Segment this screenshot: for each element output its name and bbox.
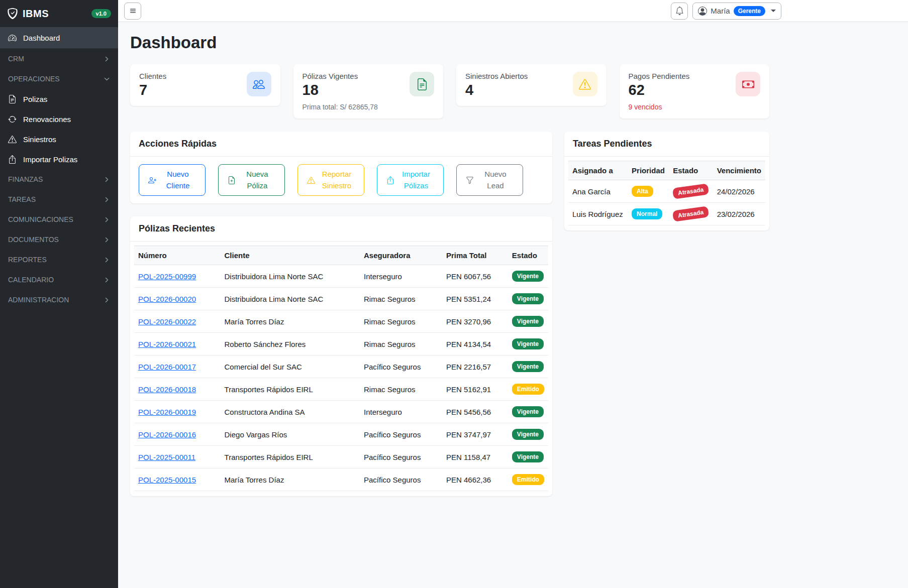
policy-number-cell: POL-2026-00016 — [134, 423, 221, 446]
stat-card-text: Siniestros Abiertos4 — [465, 72, 528, 98]
sidebar-section-operaciones[interactable]: OPERACIONES — [0, 69, 118, 89]
policy-number-link[interactable]: POL-2026-00018 — [138, 385, 196, 394]
notifications-button[interactable] — [671, 3, 688, 20]
sidebar-section-documentos[interactable]: DOCUMENTOS — [0, 229, 118, 250]
quick-action-label: Nuevo Lead — [477, 169, 514, 191]
policies-col-header: Estado — [508, 246, 548, 265]
stats-row: Clientes7Pólizas Vigentes18Prima total: … — [130, 64, 769, 119]
quick-action-label: Reportar Siniestro — [319, 169, 355, 191]
sidebar-section-reportes[interactable]: REPORTES — [0, 250, 118, 270]
policy-row: POL-2026-00019Constructora Andina SAInte… — [134, 401, 548, 423]
policy-number-link[interactable]: POL-2026-00019 — [138, 408, 196, 416]
policy-insurer: Interseguro — [360, 265, 442, 288]
task-row: Ana GarcíaAltaAtrasada24/02/2026 — [568, 180, 765, 203]
quick-action-nuevo-lead[interactable]: Nuevo Lead — [456, 164, 523, 196]
task-status-cell: Atrasada — [669, 180, 713, 203]
topbar: María Gerente — [118, 0, 908, 22]
policy-number-link[interactable]: POL-2026-00017 — [138, 363, 196, 371]
sidebar-item-polizas[interactable]: Polizas — [0, 89, 118, 109]
sidebar-section-finanzas[interactable]: FINANZAS — [0, 169, 118, 189]
sidebar-section-calendario[interactable]: CALENDARIO — [0, 270, 118, 290]
policy-status-badge: Vigente — [512, 293, 544, 304]
sidebar-section-tareas[interactable]: TAREAS — [0, 189, 118, 209]
upload-icon — [8, 155, 17, 164]
user-menu[interactable]: María Gerente — [692, 3, 781, 20]
stat-subtitle: Prima total: S/ 62865,78 — [302, 103, 378, 111]
sidebar-section-comunicaciones[interactable]: COMUNICACIONES — [0, 209, 118, 229]
policy-client: Diego Vargas Ríos — [221, 423, 360, 446]
status-badge: Atrasada — [672, 206, 710, 222]
refresh-icon — [8, 115, 17, 124]
priority-badge: Normal — [632, 208, 662, 219]
sidebar-item-siniestros[interactable]: Siniestros — [0, 129, 118, 149]
policy-status-cell: Emitido — [508, 378, 548, 401]
quick-action-reportar-siniestro[interactable]: Reportar Siniestro — [297, 164, 364, 196]
policy-insurer: Pacífico Seguros — [360, 356, 442, 378]
stat-card-text: Clientes7 — [139, 72, 166, 98]
policy-number-cell: POL-2025-00011 — [134, 446, 221, 468]
stat-label: Siniestros Abiertos — [465, 72, 528, 80]
policy-premium: PEN 3747,97 — [442, 423, 508, 446]
policy-premium: PEN 5162,91 — [442, 378, 508, 401]
policies-col-header: Número — [134, 246, 221, 265]
sidebar-item-dashboard[interactable]: Dashboard — [0, 28, 118, 49]
chevron-down-icon — [771, 10, 776, 12]
policy-number-link[interactable]: POL-2025-00015 — [138, 476, 196, 484]
policy-number-cell: POL-2026-00018 — [134, 378, 221, 401]
pending-tasks-panel: Tareas Pendientes Asignado aPrioridadEst… — [564, 132, 769, 230]
priority-badge: Alta — [632, 186, 653, 197]
policy-number-cell: POL-2026-00019 — [134, 401, 221, 423]
policy-number-cell: POL-2025-00015 — [134, 468, 221, 491]
sidebar-section-label: CALENDARIO — [8, 276, 54, 284]
tasks-col-header: Estado — [669, 161, 713, 180]
speedometer-icon — [8, 34, 17, 42]
sidebar-item-label: Polizas — [23, 95, 47, 103]
app-root: IBMS v1.0 DashboardCRMOPERACIONESPolizas… — [0, 0, 908, 588]
policy-status-cell: Vigente — [508, 401, 548, 423]
warning-triangle-icon — [307, 176, 315, 184]
policy-client: María Torres Díaz — [221, 310, 360, 333]
sidebar-section-label: REPORTES — [8, 256, 47, 264]
policy-status-cell: Vigente — [508, 333, 548, 356]
sidebar-section-crm[interactable]: CRM — [0, 49, 118, 69]
sidebar-item-importar-polizas[interactable]: Importar Polizas — [0, 149, 118, 169]
policy-client: Distribuidora Lima Norte SAC — [221, 288, 360, 310]
chevron-down-icon — [104, 76, 110, 82]
quick-action-nueva-póliza[interactable]: Nueva Póliza — [218, 164, 285, 196]
policy-row: POL-2026-00020Distribuidora Lima Norte S… — [134, 288, 548, 310]
policy-insurer: Rimac Seguros — [360, 288, 442, 310]
policy-row: POL-2026-00016Diego Vargas RíosPacífico … — [134, 423, 548, 446]
policy-insurer: Interseguro — [360, 401, 442, 423]
sidebar-section-administracion[interactable]: ADMINISTRACION — [0, 290, 118, 310]
sidebar-section-label: COMUNICACIONES — [8, 215, 73, 223]
quick-actions-panel: Acciones Rápidas Nuevo ClienteNueva Póli… — [130, 132, 552, 203]
stat-value: 7 — [139, 82, 166, 98]
warning-triangle-icon — [573, 72, 597, 96]
brand-name: IBMS — [23, 8, 49, 20]
policy-number-link[interactable]: POL-2026-00022 — [138, 317, 196, 326]
policy-number-link[interactable]: POL-2026-00020 — [138, 295, 196, 303]
upload-icon — [386, 176, 394, 184]
quick-action-importar-pólizas[interactable]: Importar Pólizas — [377, 164, 444, 196]
task-priority-cell: Normal — [628, 203, 669, 225]
policy-premium: PEN 4134,54 — [442, 333, 508, 356]
policy-number-link[interactable]: POL-2025-00011 — [138, 453, 195, 461]
quick-action-nuevo-cliente[interactable]: Nuevo Cliente — [139, 164, 206, 196]
tasks-col-header: Asignado a — [568, 161, 628, 180]
right-column: Tareas Pendientes Asignado aPrioridadEst… — [564, 132, 769, 230]
stat-subtitle: 9 vencidos — [629, 103, 690, 111]
chevron-right-icon — [104, 196, 110, 203]
policy-number-link[interactable]: POL-2026-00021 — [138, 340, 196, 348]
policy-number-link[interactable]: POL-2026-00016 — [138, 430, 196, 439]
policy-premium: PEN 1158,47 — [442, 446, 508, 468]
stat-card-3: Pagos Pendientes629 vencidos — [620, 64, 770, 119]
sidebar-toggle-button[interactable] — [124, 3, 141, 20]
chevron-right-icon — [104, 297, 110, 303]
sidebar-item-renovaciones[interactable]: Renovaciones — [0, 109, 118, 129]
policy-number-link[interactable]: POL-2025-00999 — [138, 272, 196, 281]
file-plus-icon — [228, 176, 236, 184]
policy-insurer: Rimac Seguros — [360, 310, 442, 333]
policy-premium: PEN 6067,56 — [442, 265, 508, 288]
funnel-icon — [466, 176, 474, 184]
policy-client: Transportes Rápidos EIRL — [221, 446, 360, 468]
